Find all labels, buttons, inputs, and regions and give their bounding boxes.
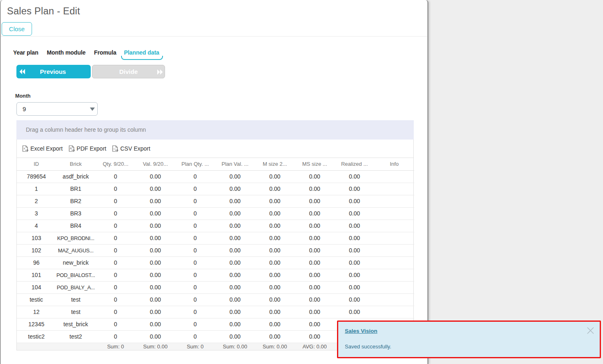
svg-text:A: A — [69, 147, 71, 150]
svg-text:csv: csv — [113, 148, 116, 150]
svg-text:x: x — [24, 147, 25, 150]
